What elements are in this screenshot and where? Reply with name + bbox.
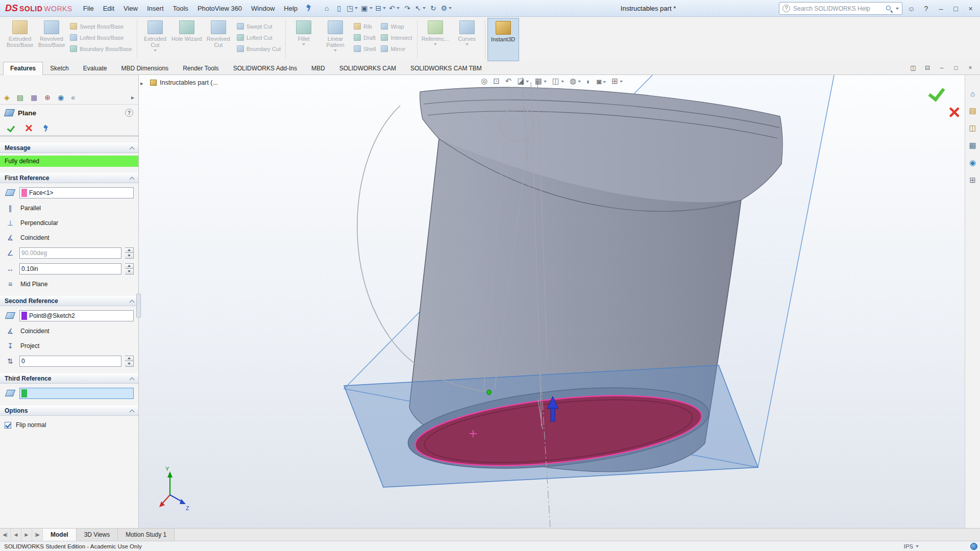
appearances-icon[interactable]: ◉ xyxy=(969,158,976,167)
pm-help-icon[interactable]: ? xyxy=(125,109,133,117)
tab-solidworks-cam-tbm[interactable]: SOLIDWORKS CAM TBM xyxy=(403,62,489,74)
previous-view-icon[interactable]: ↶ xyxy=(505,77,512,86)
confirm-ok-button[interactable] xyxy=(927,85,945,100)
ribbon-swept-boss-button[interactable]: Swept Boss/Base xyxy=(70,22,132,30)
coincident-option[interactable]: ∡ Coincident xyxy=(0,232,138,243)
first-reference-field[interactable]: Face<1> xyxy=(19,187,134,198)
design-library-icon[interactable]: ▤ xyxy=(969,106,976,115)
spin-down-button[interactable] xyxy=(125,269,134,274)
pm-cancel-button[interactable] xyxy=(25,124,32,132)
menu-file[interactable]: File xyxy=(79,3,99,14)
ribbon-boundary-boss-button[interactable]: Boundary Boss/Base xyxy=(70,45,132,53)
hide-show-items-icon[interactable]: ◍ xyxy=(570,77,581,86)
ribbon-fillet-button[interactable]: Fillet xyxy=(288,18,320,61)
save-icon[interactable]: ▣ xyxy=(359,2,374,14)
ribbon-intersect-button[interactable]: Intersect xyxy=(381,34,412,41)
ribbon-swept-cut-button[interactable]: Swept Cut xyxy=(237,22,281,30)
ribbon-reference-geometry-button[interactable]: Referenc... xyxy=(420,18,451,61)
perpendicular-option[interactable]: ⊥ Perpendicular xyxy=(0,217,138,229)
ribbon-hole-wizard-button[interactable]: Hole Wizard xyxy=(171,18,203,61)
pm-ok-button[interactable] xyxy=(7,124,15,132)
ribbon-instant3d-button[interactable]: Instant3D xyxy=(487,18,519,61)
status-globe-icon[interactable] xyxy=(970,543,977,550)
spin-down-button[interactable] xyxy=(125,253,134,259)
flip-normal-checkbox[interactable] xyxy=(5,422,11,429)
tab-render-tools[interactable]: Render Tools xyxy=(176,62,226,74)
options-section-header[interactable]: Options xyxy=(0,406,138,416)
curves-caret-icon[interactable] xyxy=(465,43,469,45)
edit-appearance-icon[interactable]: ◐ xyxy=(586,77,591,86)
graphics-viewport[interactable]: Y Z ▸ Instructables part (... ◎⊡↶◪▦◫◍◐◙⊞ xyxy=(139,75,965,528)
featuremanager-tab-icon[interactable]: ▤ xyxy=(17,93,23,102)
parallel-option[interactable]: ∥ Parallel xyxy=(0,203,138,214)
menu-insert[interactable]: Insert xyxy=(142,3,168,14)
menu-tools[interactable]: Tools xyxy=(168,3,193,14)
open-icon[interactable]: ◳ xyxy=(345,2,359,14)
view-orientation-icon[interactable]: ▦ xyxy=(535,77,547,86)
ribbon-mirror-button[interactable]: Mirror xyxy=(381,45,412,53)
app-help-icon[interactable]: ? xyxy=(919,2,934,15)
minimize-icon[interactable]: – xyxy=(934,2,948,15)
tab-scroll-last-icon[interactable]: |▶ xyxy=(32,529,43,541)
motion-study-tab[interactable]: Motion Study 1 xyxy=(118,529,175,541)
select-icon[interactable]: ↖ xyxy=(413,2,427,14)
extruded-cut-caret-icon[interactable] xyxy=(154,49,157,52)
flip-normal-option[interactable]: Flip normal xyxy=(0,419,138,431)
display-style-icon[interactable]: ◫ xyxy=(552,77,564,86)
dimxpertmanager-tab-icon[interactable]: ⊕ xyxy=(44,93,51,102)
ribbon-draft-button[interactable]: Draft xyxy=(354,34,376,41)
tab-solidworks-cam[interactable]: SOLIDWORKS CAM xyxy=(332,62,403,74)
view-settings-icon[interactable]: ⊞ xyxy=(611,77,623,86)
rebuild-icon[interactable]: ↻ xyxy=(427,2,439,14)
tab-mbd-dimensions[interactable]: MBD Dimensions xyxy=(114,62,176,74)
confirm-cancel-button[interactable] xyxy=(949,107,960,118)
message-section-header[interactable]: Message xyxy=(0,143,138,153)
fillet-caret-icon[interactable] xyxy=(302,43,305,45)
spin-up-button[interactable] xyxy=(125,263,134,269)
print-icon[interactable]: ⊟ xyxy=(374,2,388,14)
breadcrumb[interactable]: Instructables part (... xyxy=(150,79,218,86)
tab-scroll-prev-icon[interactable]: ◀ xyxy=(11,529,21,541)
ribbon-curves-button[interactable]: Curves xyxy=(451,18,483,61)
search-icon[interactable] xyxy=(886,5,893,12)
viewport-split-vertical-icon[interactable]: ⊟ xyxy=(922,63,933,73)
spin-down-button[interactable] xyxy=(125,361,134,367)
third-reference-field[interactable] xyxy=(19,388,134,399)
model-tab[interactable]: Model xyxy=(43,529,77,541)
second-reference-section-header[interactable]: Second Reference xyxy=(0,296,138,306)
custom-properties-icon[interactable]: ⊞ xyxy=(969,176,976,185)
feature-tree-flyout-icon[interactable]: ▸ xyxy=(140,80,143,87)
options-icon[interactable]: ⚙ xyxy=(439,2,454,14)
pin-menu-icon[interactable] xyxy=(305,4,312,13)
linear-pattern-caret-icon[interactable] xyxy=(334,49,337,52)
first-reference-section-header[interactable]: First Reference xyxy=(0,173,138,183)
file-explorer-icon[interactable]: ◫ xyxy=(969,123,976,133)
3d-views-tab[interactable]: 3D Views xyxy=(77,529,118,541)
ribbon-rib-button[interactable]: Rib xyxy=(354,22,376,30)
reference-geometry-caret-icon[interactable] xyxy=(434,43,437,45)
doc-close-icon[interactable]: × xyxy=(965,63,976,73)
tab-features[interactable]: Features xyxy=(3,62,43,75)
tabs-overflow-icon[interactable]: « xyxy=(71,93,75,102)
second-reference-field[interactable]: Point8@Sketch2 xyxy=(19,310,134,321)
mid-plane-option[interactable]: ≡ Mid Plane xyxy=(0,279,138,290)
project-option[interactable]: ↧ Project xyxy=(0,340,138,352)
displaymanager-tab-icon[interactable]: ◉ xyxy=(58,93,64,102)
menu-view[interactable]: View xyxy=(119,3,142,14)
ribbon-wrap-button[interactable]: Wrap xyxy=(381,22,412,30)
ribbon-extruded-boss-button[interactable]: Extruded Boss/Base xyxy=(4,18,36,61)
ribbon-extruded-cut-button[interactable]: Extruded Cut xyxy=(139,18,171,61)
maximize-icon[interactable]: □ xyxy=(948,2,963,15)
flip-normal-arrow-stem[interactable] xyxy=(551,408,555,421)
undo-icon[interactable]: ↶ xyxy=(387,2,401,14)
doc-minimize-icon[interactable]: – xyxy=(936,63,947,73)
configurationmanager-tab-icon[interactable]: ▦ xyxy=(31,93,37,102)
ribbon-linear-pattern-button[interactable]: Linear Pattern xyxy=(320,18,351,61)
zoom-area-icon[interactable]: ⊡ xyxy=(493,77,500,86)
tab-mbd[interactable]: MBD xyxy=(304,62,332,74)
ribbon-lofted-cut-button[interactable]: Lofted Cut xyxy=(237,34,281,41)
ribbon-lofted-boss-button[interactable]: Lofted Boss/Base xyxy=(70,34,132,41)
task-home-icon[interactable]: ⌂ xyxy=(970,89,975,98)
section-view-icon[interactable]: ◪ xyxy=(517,77,529,86)
ribbon-revolved-cut-button[interactable]: Revolved Cut xyxy=(203,18,234,61)
